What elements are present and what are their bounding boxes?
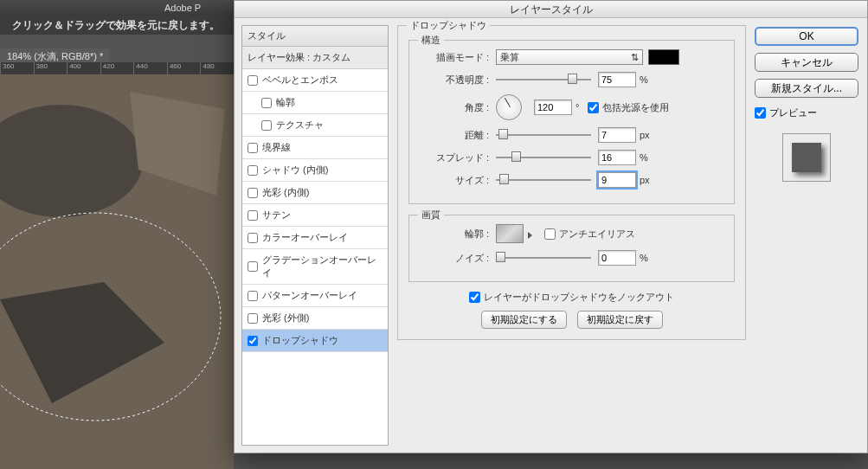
style-item-checkbox[interactable] [248,143,258,153]
style-item-checkbox[interactable] [261,98,272,108]
style-item-checkbox[interactable] [248,336,258,346]
opacity-label: 不透明度 : [420,74,489,87]
global-light-checkbox[interactable] [588,102,599,113]
structure-title: 構造 [418,34,444,47]
style-item-label: 光彩 (外側) [262,312,309,324]
drop-shadow-fieldset: ドロップシャドウ 構造 描画モード : 乗算 ⇅ 不透明度 : [397,25,746,340]
size-label: サイズ : [420,174,489,187]
angle-label: 角度 : [420,101,489,114]
style-item-label: 輪郭 [276,96,295,109]
style-item-label: パターンオーバーレイ [262,289,357,302]
spread-slider[interactable] [496,151,591,164]
style-item-label: 境界線 [262,141,291,154]
style-item-checkbox[interactable] [248,188,258,198]
style-item-checkbox[interactable] [248,291,258,301]
style-item-label: ベベルとエンボス [262,74,338,87]
distance-label: 距離 : [420,129,489,142]
chevron-updown-icon: ⇅ [631,52,639,63]
angle-dial[interactable] [496,94,522,120]
action-panel: OK キャンセル 新規スタイル... プレビュー [755,18,867,453]
settings-panel: ドロップシャドウ 構造 描画モード : 乗算 ⇅ 不透明度 : [389,18,755,453]
size-input[interactable] [598,172,636,188]
style-item-9[interactable]: パターンオーバーレイ [242,285,388,307]
size-slider[interactable] [496,174,591,186]
canvas-area[interactable] [0,74,234,469]
new-style-button[interactable]: 新規スタイル... [755,79,858,98]
contour-label: 輪郭 : [420,228,489,241]
style-item-11[interactable]: ドロップシャドウ [242,330,388,352]
make-default-button[interactable]: 初期設定にする [481,311,567,329]
style-item-checkbox[interactable] [248,75,258,86]
knockout-label: レイヤーがドロップシャドウをノックアウト [484,291,674,304]
structure-fieldset: 構造 描画モード : 乗算 ⇅ 不透明度 : % [408,40,735,204]
distance-input[interactable] [598,127,636,143]
size-unit: px [640,175,650,185]
spread-input[interactable] [598,150,636,165]
style-item-8[interactable]: グラデーションオーバーレイ [242,249,388,285]
global-light-label: 包括光源を使用 [602,101,669,114]
dialog-title: レイヤースタイル [235,1,867,18]
style-item-checkbox[interactable] [248,233,258,243]
antialias-checkbox[interactable] [544,228,556,240]
style-item-label: 光彩 (内側) [262,186,309,199]
spread-unit: % [640,152,648,163]
style-item-4[interactable]: シャドウ (内側) [242,159,388,182]
style-item-checkbox[interactable] [248,261,258,272]
opacity-unit: % [640,74,648,85]
style-item-5[interactable]: 光彩 (内側) [242,182,388,204]
opacity-input[interactable] [598,72,636,87]
noise-slider[interactable] [496,252,591,264]
blend-mode-label: 描画モード : [420,51,489,64]
style-item-label: テクスチャ [276,119,324,132]
quality-title: 画質 [418,209,444,222]
preview-label: プレビュー [769,106,817,119]
style-item-checkbox[interactable] [248,313,258,324]
horizontal-ruler: 360380400420440460480 [0,62,234,74]
contour-picker[interactable] [496,224,524,243]
style-item-7[interactable]: カラーオーバーレイ [242,227,388,249]
spread-label: スプレッド : [420,151,489,164]
layer-style-dialog: レイヤースタイル スタイル レイヤー効果 : カスタム ベベルとエンボス輪郭テク… [234,0,868,453]
style-item-checkbox[interactable] [248,210,258,221]
cancel-button[interactable]: キャンセル [755,53,858,72]
style-item-label: サテン [262,209,291,222]
distance-slider[interactable] [496,129,591,141]
distance-unit: px [640,130,650,140]
ok-button[interactable]: OK [755,27,858,46]
style-item-checkbox[interactable] [261,120,272,131]
angle-input[interactable] [534,100,572,115]
antialias-label: アンチエイリアス [559,228,635,241]
style-item-label: グラデーションオーバーレイ [262,254,383,279]
quality-fieldset: 画質 輪郭 : アンチエイリアス ノイズ : % [408,215,735,282]
opacity-slider[interactable] [496,74,591,86]
style-item-6[interactable]: サテン [242,204,388,227]
noise-input[interactable] [598,250,636,266]
style-item-3[interactable]: 境界線 [242,137,388,159]
style-item-label: シャドウ (内側) [262,164,328,177]
layer-effects-row[interactable]: レイヤー効果 : カスタム [242,47,388,69]
style-item-0[interactable]: ベベルとエンボス [242,69,388,92]
noise-label: ノイズ : [420,252,489,265]
drop-shadow-title: ドロップシャドウ [407,19,490,32]
styles-header[interactable]: スタイル [242,26,388,47]
style-item-label: カラーオーバーレイ [262,231,348,244]
style-item-2[interactable]: テクスチャ [242,114,388,137]
preview-checkbox[interactable] [755,107,766,119]
style-item-checkbox[interactable] [248,165,258,176]
styles-list-panel: スタイル レイヤー効果 : カスタム ベベルとエンボス輪郭テクスチャ境界線シャド… [241,25,389,446]
knockout-checkbox[interactable] [469,292,480,303]
preview-box [782,133,831,182]
style-item-10[interactable]: 光彩 (外側) [242,307,388,330]
preview-swatch [792,143,821,172]
blend-mode-select[interactable]: 乗算 ⇅ [496,49,643,65]
style-item-1[interactable]: 輪郭 [242,92,388,114]
reset-default-button[interactable]: 初期設定に戻す [577,311,663,329]
noise-unit: % [640,253,648,263]
style-item-label: ドロップシャドウ [262,334,338,347]
angle-unit: ° [575,102,579,112]
shadow-color-swatch[interactable] [648,49,679,65]
